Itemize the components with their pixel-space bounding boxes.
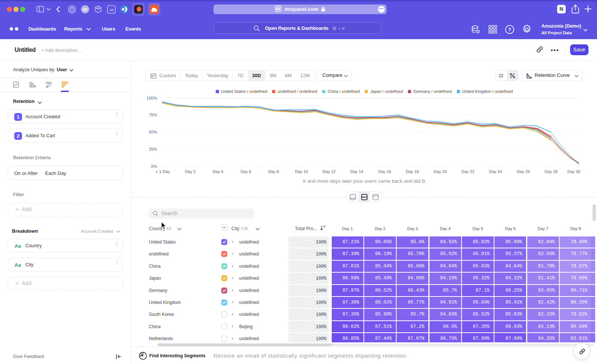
svg-text:< 1 Day: < 1 Day: [156, 169, 170, 174]
svg-text:100%: 100%: [147, 96, 157, 100]
svg-text:?: ?: [508, 27, 511, 32]
svg-text:Day 22: Day 22: [462, 169, 475, 174]
svg-text:Day 10: Day 10: [295, 169, 308, 174]
svg-text:Day 12: Day 12: [323, 169, 336, 174]
svg-text:50%: 50%: [149, 130, 157, 134]
svg-text:0%: 0%: [151, 164, 157, 169]
svg-text:Day 16: Day 16: [378, 169, 391, 174]
svg-text:Day 24: Day 24: [489, 169, 502, 174]
svg-text:Day 26: Day 26: [517, 169, 530, 174]
svg-text:Day 6: Day 6: [241, 169, 251, 174]
svg-text:25%: 25%: [149, 147, 157, 151]
svg-text:Day 4: Day 4: [213, 169, 224, 174]
svg-text:X and more days later your use: X and more days later your users came ba…: [303, 178, 426, 184]
svg-text:Day 30: Day 30: [568, 169, 581, 174]
svg-text:Day 2: Day 2: [185, 169, 196, 174]
svg-text:Day 8: Day 8: [268, 169, 279, 174]
svg-text:Day 18: Day 18: [406, 169, 419, 174]
svg-text:JS: JS: [109, 8, 114, 12]
svg-text:75%: 75%: [149, 113, 157, 117]
svg-text:Day 14: Day 14: [350, 169, 363, 174]
svg-text:Day 20: Day 20: [434, 169, 447, 174]
svg-text:Day 28: Day 28: [545, 169, 558, 174]
